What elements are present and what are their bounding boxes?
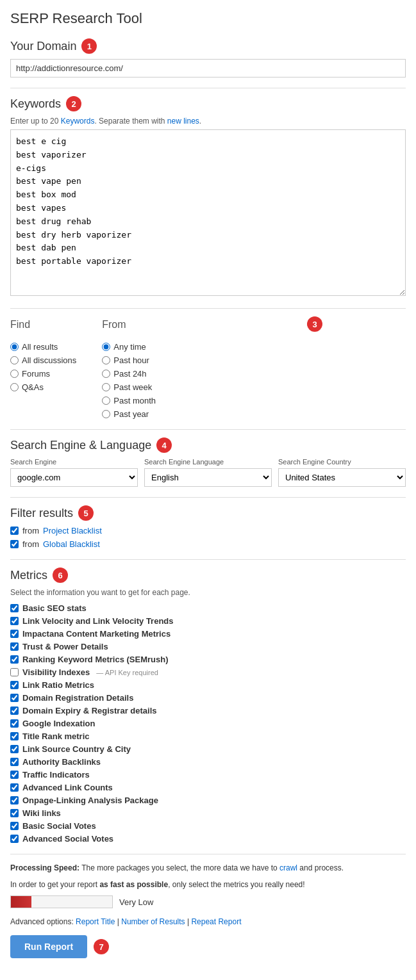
metric-title-rank-checkbox[interactable] (10, 732, 19, 740)
metric-google-indexation-checkbox[interactable] (10, 719, 19, 728)
filter-header: Filter results 5 (10, 505, 406, 521)
keywords-header: Keywords 2 (10, 96, 406, 111)
advanced-options-label: Advanced options: (10, 917, 74, 926)
from-option-any-time[interactable]: Any time (102, 342, 156, 352)
filter-project-blacklist-checkbox[interactable] (10, 527, 19, 535)
metric-authority-backlinks-checkbox[interactable] (10, 758, 19, 766)
metrics-description: Select the information you want to get f… (10, 588, 406, 597)
domain-section: Your Domain 1 (10, 38, 406, 78)
report-title-link[interactable]: Report Title (76, 917, 115, 926)
metric-wiki-links-checkbox[interactable] (10, 809, 19, 817)
metric-onpage-linking: Onpage-Linking Analysis Package (10, 796, 406, 805)
metric-domain-expiry: Domain Expiry & Registrar details (10, 706, 406, 715)
metric-impactana-checkbox[interactable] (10, 630, 19, 638)
number-of-results-link[interactable]: Number of Results (121, 917, 185, 926)
from-option-past-week[interactable]: Past week (102, 382, 156, 392)
step-badge-1: 1 (81, 38, 97, 54)
metric-basic-seo-checkbox[interactable] (10, 604, 19, 612)
metric-link-ratio-checkbox[interactable] (10, 681, 19, 689)
domain-title: Your Domain (10, 40, 76, 53)
domain-input[interactable] (10, 59, 406, 78)
find-title: Find (10, 319, 30, 331)
find-from-section: 3 Find All results All discussions Forum… (10, 316, 406, 419)
step-badge-4: 4 (156, 437, 172, 453)
metric-visibility-indexes: Visibility Indexes — API Key required (10, 667, 406, 677)
step-badge-3: 3 (307, 316, 322, 332)
metric-title-rank: Title Rank metric (10, 731, 406, 741)
engine-select[interactable]: google.com bing.com yahoo.com (10, 468, 138, 487)
from-title: From (102, 319, 126, 331)
filter-global-blacklist-checkbox[interactable] (10, 540, 19, 548)
language-col: Search Engine Language English French Ge… (144, 458, 272, 487)
domain-header: Your Domain 1 (10, 38, 406, 54)
language-select[interactable]: English French German Spanish (144, 468, 272, 487)
metric-trust-power-checkbox[interactable] (10, 642, 19, 651)
metric-domain-registration-checkbox[interactable] (10, 694, 19, 702)
from-option-past-hour[interactable]: Past hour (102, 355, 156, 365)
metric-api-note: — API Key required (96, 669, 158, 676)
keywords-textarea[interactable]: best e cig best vaporizer e-cigs best va… (10, 129, 406, 296)
engine-label: Search Engine (10, 458, 138, 466)
global-blacklist-link[interactable]: Global Blacklist (43, 539, 100, 549)
run-report-button[interactable]: Run Report (10, 935, 87, 958)
metric-impactana: Impactana Content Marketing Metrics (10, 629, 406, 639)
metric-link-velocity-checkbox[interactable] (10, 617, 19, 625)
metric-link-ratio: Link Ratio Metrics (10, 680, 406, 690)
find-option-all-results[interactable]: All results (10, 342, 76, 352)
speed-bar-row: Very Low (10, 895, 406, 908)
new-lines-link[interactable]: new lines (167, 117, 199, 126)
metric-ranking-keyword: Ranking Keyword Metrics (SEMrush) (10, 655, 406, 664)
processing-speed-label: Processing Speed: (10, 863, 79, 872)
metric-trust-power: Trust & Power Details (10, 642, 406, 651)
metrics-section: Metrics 6 Select the information you wan… (10, 568, 406, 844)
metric-advanced-link-counts: Advanced Link Counts (10, 783, 406, 792)
from-option-past-year[interactable]: Past year (102, 409, 156, 419)
metric-domain-expiry-checkbox[interactable] (10, 706, 19, 715)
find-option-forums[interactable]: Forums (10, 369, 76, 379)
keywords-hint: Enter up to 20 Keywords. Separate them w… (10, 117, 406, 126)
metric-onpage-linking-checkbox[interactable] (10, 796, 19, 804)
filter-title: Filter results (10, 507, 73, 520)
step-badge-6: 6 (53, 568, 68, 583)
find-header: Find (10, 319, 76, 331)
metric-basic-seo: Basic SEO stats (10, 603, 406, 613)
metric-ranking-keyword-checkbox[interactable] (10, 655, 19, 664)
keywords-section: Keywords 2 Enter up to 20 Keywords. Sepa… (10, 96, 406, 298)
metric-google-indexation: Google Indexation (10, 719, 406, 728)
metric-link-source-country: Link Source Country & City (10, 744, 406, 754)
find-column: Find All results All discussions Forums … (10, 319, 76, 419)
crawl-link[interactable]: crawl (279, 863, 297, 872)
metric-domain-registration: Domain Registration Details (10, 693, 406, 703)
filter-global-blacklist: from Global Blacklist (10, 539, 406, 549)
metric-authority-backlinks: Authority Backlinks (10, 757, 406, 767)
filter-section: Filter results 5 from Project Blacklist … (10, 505, 406, 549)
step-badge-5: 5 (78, 505, 94, 521)
run-report-row: Run Report 7 (10, 935, 406, 958)
metric-advanced-social-votes: Advanced Social Votes (10, 834, 406, 844)
from-option-past-24h[interactable]: Past 24h (102, 369, 156, 379)
search-engine-title: Search Engine & Language (10, 439, 151, 452)
keywords-link[interactable]: Keywords (61, 117, 95, 126)
processing-text1: Processing Speed: The more packages you … (10, 862, 406, 874)
country-select[interactable]: United States United Kingdom Canada Aust… (278, 468, 406, 487)
search-engine-section: Search Engine & Language 4 Search Engine… (10, 437, 406, 487)
project-blacklist-link[interactable]: Project Blacklist (43, 526, 102, 535)
speed-label: Very Low (119, 897, 153, 907)
from-column: From Any time Past hour Past 24h Past we… (102, 319, 156, 419)
from-option-past-month[interactable]: Past month (102, 396, 156, 405)
metric-basic-social-votes: Basic Social Votes (10, 821, 406, 831)
metric-advanced-link-counts-checkbox[interactable] (10, 783, 19, 792)
repeat-report-link[interactable]: Repeat Report (191, 917, 241, 926)
metric-link-source-country-checkbox[interactable] (10, 745, 19, 753)
metric-visibility-indexes-checkbox[interactable] (10, 668, 19, 676)
advanced-options: Advanced options: Report Title | Number … (10, 917, 406, 926)
metric-advanced-social-votes-checkbox[interactable] (10, 835, 19, 843)
step-badge-2: 2 (66, 96, 81, 111)
find-option-qas[interactable]: Q&As (10, 382, 76, 392)
country-col: Search Engine Country United States Unit… (278, 458, 406, 487)
metric-basic-social-votes-checkbox[interactable] (10, 822, 19, 830)
find-option-all-discussions[interactable]: All discussions (10, 355, 76, 365)
metric-traffic-indicators-checkbox[interactable] (10, 771, 19, 779)
metric-link-velocity: Link Velocity and Link Velocity Trends (10, 616, 406, 626)
processing-text2: In order to get your report as fast as p… (10, 879, 406, 890)
